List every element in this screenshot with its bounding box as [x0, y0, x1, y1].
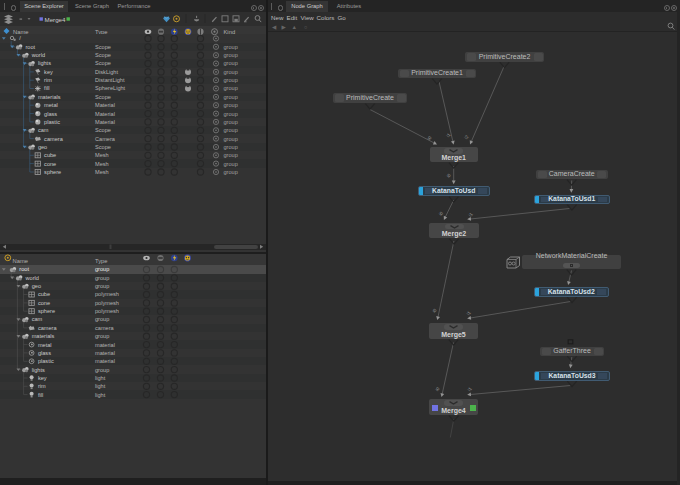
svg-text:i2: i2	[463, 134, 469, 140]
svg-text:i0: i0	[434, 386, 440, 392]
svg-text:i1: i1	[466, 310, 472, 316]
svg-text:i0: i0	[446, 172, 452, 178]
svg-text:i1: i1	[467, 386, 473, 392]
svg-text:i0: i0	[438, 210, 444, 216]
svg-text:i0: i0	[431, 307, 437, 313]
svg-text:i0: i0	[426, 135, 432, 141]
svg-text:i1: i1	[468, 211, 474, 217]
